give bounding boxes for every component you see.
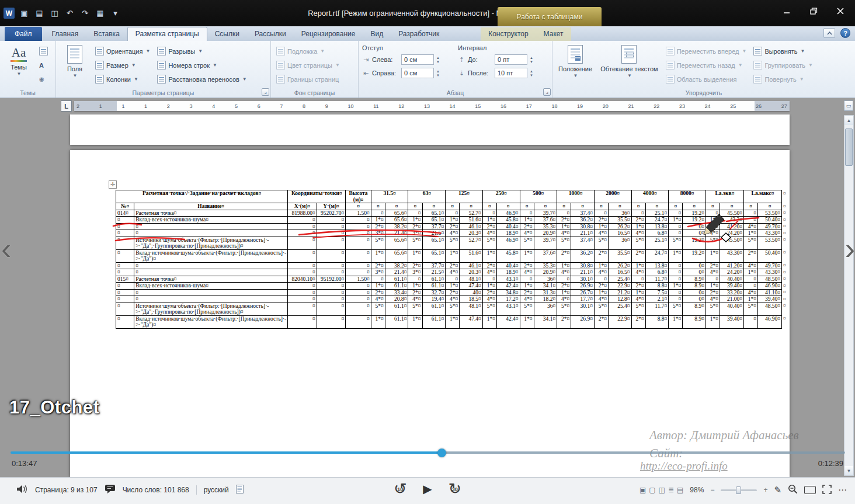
table-cell[interactable]: 1*¤ [705,283,720,290]
table-subheader-cell[interactable]: ¤ [385,203,408,210]
indent-right-input[interactable]: 0 см [401,68,434,78]
table-cell[interactable]: 39.7¤ [534,237,557,249]
table-cell[interactable]: ¤ [669,262,683,269]
table-cell[interactable]: 61.1¤ [385,283,408,290]
table-cell[interactable]: 1*¤ [446,283,460,290]
page-borders-button[interactable]: Границы страниц [274,73,342,85]
table-cell[interactable]: 19.2¤ [683,249,706,262]
table-cell[interactable]: 18.9¤ [496,230,520,237]
next-video-chevron-icon[interactable]: › [845,235,855,263]
table-cell[interactable]: ¤ [346,269,371,276]
table-cell[interactable]: ¤ [288,230,317,237]
table-cell[interactable]: ¤ [346,289,371,296]
save-icon[interactable]: ▣ [19,8,30,19]
table-header-cell[interactable]: Координаты·точки¤ [288,190,346,203]
table-header-cell[interactable]: Расчетная·точка·/·Задание·на·расчет·вкла… [116,190,288,203]
table-cell[interactable]: ¤ [346,230,371,237]
table-cell[interactable]: 1*¤ [744,230,758,237]
table-cell[interactable]: 3*¤ [371,230,385,237]
table-cell[interactable]: 42.4¤ [496,283,520,290]
table-cell[interactable]: ¤ [669,210,683,217]
table-cell[interactable]: 82040.10¤ [288,276,317,283]
table-cell[interactable]: 37.4¤ [571,210,595,217]
table-cell[interactable]: 4*¤ [594,230,608,237]
scroll-down-icon[interactable]: ▼ [844,466,853,475]
table-cell[interactable]: ¤ [744,210,758,217]
size-button[interactable]: Размер▼ [93,59,152,71]
table-cell[interactable]: 4*¤ [705,230,720,237]
table-cell[interactable]: 3*¤ [371,269,385,276]
tab-stop-selector-icon[interactable]: L [61,100,72,112]
table-cell[interactable]: 50.40¤ [758,249,782,262]
table-subheader-cell[interactable]: ¤ [631,203,645,210]
minimize-ribbon-icon[interactable] [823,28,835,38]
table-move-handle-icon[interactable]: ✛ [109,180,117,189]
table-cell[interactable]: ¤ [116,230,134,237]
table-cell[interactable]: 21.2¤ [608,289,631,296]
status-page-number[interactable]: Страница: 9 из 107 [35,486,98,494]
tab-page-layout[interactable]: Разметка страницы [127,27,207,41]
table-subheader-cell[interactable]: ¤ [683,203,706,210]
table-subheader-cell[interactable]: ¤ [482,203,496,210]
table-cell[interactable]: 48.50¤ [758,303,782,315]
table-cell[interactable]: 2.1¤ [645,296,669,303]
table-cell[interactable]: ¤ [116,223,134,230]
table-cell[interactable]: 2*¤ [557,217,571,224]
table-cell[interactable]: 1*¤ [408,249,422,262]
table-cell[interactable]: 1*¤ [482,249,496,262]
table-cell[interactable]: 36¤ [608,237,631,249]
video-progress-remaining[interactable] [442,451,845,454]
table-cell[interactable]: 1*¤ [669,315,683,328]
table-cell[interactable]: 46.90¤ [758,283,782,290]
table-subheader-cell[interactable]: ¤ [557,203,571,210]
table-cell[interactable]: 4*¤ [631,296,645,303]
table-cell[interactable]: 4*¤ [520,230,534,237]
table-cell[interactable]: ¤ [288,289,317,296]
table-cell[interactable]: 65.6¤ [385,249,408,262]
table-cell[interactable]: 26.9¤ [571,315,595,328]
table-cell[interactable]: 1*¤ [520,283,534,290]
page-setup-dialog-launcher-icon[interactable]: ⌟ [262,88,269,96]
table-cell[interactable]: 18.2¤ [534,296,557,303]
speaker-icon[interactable] [16,484,28,496]
ruler-toggle-icon[interactable]: ▭ [844,100,853,111]
table-cell[interactable]: 17.7¤ [571,296,595,303]
table-cell[interactable]: 65.6¤ [385,237,408,249]
table-subheader-cell[interactable]: ¤ [460,203,483,210]
tab-layout[interactable]: Макет [536,27,571,41]
view-web-layout-icon[interactable]: ◫ [659,486,665,494]
theme-colors-button[interactable] [37,45,50,57]
table-cell[interactable]: ¤ [288,237,317,249]
table-cell[interactable]: 21.1¤ [571,230,595,237]
table-cell[interactable]: 46.1¤ [460,223,483,230]
table-cell[interactable]: 2*¤ [482,223,496,230]
table-cell[interactable]: 49.70¤ [758,223,782,230]
table-cell[interactable]: 2*¤ [705,262,720,269]
table-subheader-cell[interactable]: ¤ [520,203,534,210]
table-cell[interactable]: 26.2¤ [608,223,631,230]
table-cell[interactable]: 65.6¤ [385,217,408,224]
table-cell[interactable]: 0¤ [683,223,706,230]
table-cell[interactable]: ¤ [288,303,317,315]
table-cell[interactable]: 18.9¤ [496,269,520,276]
table-cell[interactable]: ¤ [557,276,571,283]
play-icon[interactable]: ▶ [423,482,432,496]
table-subheader-cell[interactable]: ¤ [720,203,744,210]
table-cell[interactable]: 36¤ [534,276,557,283]
table-cell[interactable]: 95202.70¤ [317,210,346,217]
previous-page-bottom[interactable] [70,114,790,145]
table-header-cell[interactable]: 250¤ [482,190,520,203]
table-cell[interactable]: 2*¤ [446,289,460,296]
table-cell[interactable]: 5*¤ [744,237,758,249]
table-cell[interactable]: ¤ [408,276,422,283]
table-cell[interactable]: 1*¤ [482,283,496,290]
table-cell[interactable]: 33.20¤ [720,289,744,296]
table-cell[interactable]: ¤ [116,283,134,290]
paragraph-dialog-launcher-icon[interactable]: ⌟ [543,88,551,96]
tab-file[interactable]: Файл [5,27,42,41]
table-cell[interactable]: 41.20¤ [720,223,744,230]
table-cell[interactable]: 1*¤ [705,315,720,328]
align-button[interactable]: Выровнять▼ [752,45,814,57]
table-subheader-cell[interactable]: ¤ [571,203,595,210]
table-cell[interactable]: 16.5¤ [608,230,631,237]
